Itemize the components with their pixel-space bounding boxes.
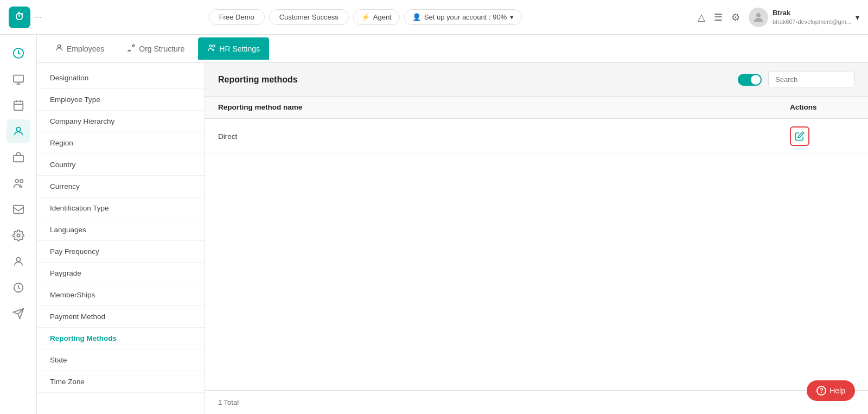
edit-button[interactable]: [790, 126, 809, 146]
help-icon: ?: [816, 386, 826, 396]
reporting-header: Reporting methods: [205, 63, 868, 97]
setup-button[interactable]: 👤 Set up your account : 90% ▾: [404, 9, 522, 25]
customer-success-button[interactable]: Customer Success: [269, 9, 349, 25]
menu-item-country[interactable]: Country: [37, 154, 205, 176]
svg-point-13: [209, 45, 212, 47]
sidebar-item-send[interactable]: [7, 302, 30, 326]
user-section[interactable]: Btrak btrak607-development@gm... ▾: [749, 8, 859, 27]
employees-tab[interactable]: Employees: [46, 37, 113, 60]
tab-bar: Employees Org Structure HR Settings: [37, 35, 868, 63]
agent-label: Agent: [373, 13, 392, 21]
sidebar-item-clock[interactable]: [7, 276, 30, 300]
menu-item-time-zone[interactable]: Time Zone: [37, 371, 205, 393]
org-structure-tab-icon: [127, 43, 136, 54]
svg-point-7: [20, 180, 23, 183]
col-reporting-method-name: Reporting method name: [218, 103, 790, 111]
search-input[interactable]: [768, 72, 855, 87]
hr-settings-tab-label: HR Settings: [219, 44, 260, 53]
svg-rect-3: [14, 101, 23, 111]
agent-icon: ⚡: [361, 13, 370, 21]
toggle-search: [738, 72, 855, 87]
logo-button[interactable]: ⏱: [9, 7, 30, 28]
svg-rect-8: [13, 206, 23, 214]
logo-icon: ⏱: [15, 11, 24, 23]
content-row: Designation Employee Type Company Hierar…: [37, 63, 868, 414]
menu-item-paygrade[interactable]: Paygrade: [37, 263, 205, 284]
menu-item-identification-type[interactable]: Identification Type: [37, 198, 205, 219]
menu-item-designation[interactable]: Designation: [37, 67, 205, 89]
agent-button[interactable]: ⚡ Agent: [353, 9, 400, 25]
main-content: Employees Org Structure HR Settings Desi…: [37, 35, 868, 414]
toggle-switch[interactable]: [738, 74, 762, 86]
sidebar-item-tv[interactable]: [7, 67, 30, 91]
setup-label: Set up your account : 90%: [424, 13, 507, 21]
sidebar-item-team[interactable]: [7, 171, 30, 195]
employees-tab-label: Employees: [67, 44, 104, 53]
reporting-table: Reporting method name Actions Direct: [205, 97, 868, 390]
app-header: ⏱ ··· Free Demo Customer Success ⚡ Agent…: [0, 0, 868, 35]
hr-settings-tab[interactable]: HR Settings: [198, 37, 269, 60]
cell-actions: [790, 126, 855, 146]
svg-point-9: [17, 234, 20, 237]
left-sidebar: [0, 35, 37, 414]
sidebar-item-home[interactable]: [7, 41, 30, 65]
user-email: btrak607-development@gm...: [773, 18, 851, 26]
org-structure-tab[interactable]: Org Structure: [118, 37, 194, 60]
help-label: Help: [829, 386, 845, 395]
settings-menu: Designation Employee Type Company Hierar…: [37, 63, 205, 414]
svg-point-10: [16, 258, 20, 262]
setup-dropdown-icon: ▾: [510, 13, 514, 21]
setup-icon: 👤: [412, 13, 421, 21]
doc-icon[interactable]: ☰: [714, 11, 723, 23]
toggle-knob: [751, 75, 761, 85]
menu-item-state[interactable]: State: [37, 349, 205, 371]
avatar: [749, 8, 768, 27]
sidebar-item-person[interactable]: [7, 119, 30, 143]
hr-settings-tab-icon: [207, 43, 216, 54]
svg-point-14: [213, 45, 215, 47]
settings-icon[interactable]: ⚙: [731, 11, 740, 23]
alert-icon[interactable]: △: [698, 11, 705, 23]
content-panel: Reporting methods Reporting method name …: [205, 63, 868, 414]
menu-item-company-hierarchy[interactable]: Company Hierarchy: [37, 111, 205, 132]
svg-point-4: [16, 128, 20, 131]
breadcrumb-dots[interactable]: ···: [34, 11, 42, 23]
table-footer: 1 Total: [205, 390, 868, 414]
header-center: Free Demo Customer Success ⚡ Agent 👤 Set…: [209, 9, 522, 25]
menu-item-reporting-methods[interactable]: Reporting Methods: [37, 328, 205, 349]
help-button[interactable]: ? Help: [807, 380, 855, 401]
sidebar-item-calendar[interactable]: [7, 93, 30, 117]
col-actions: Actions: [790, 103, 855, 111]
table-row: Direct: [205, 119, 868, 154]
sidebar-item-mail[interactable]: [7, 198, 30, 221]
reporting-title: Reporting methods: [218, 75, 298, 85]
menu-item-region[interactable]: Region: [37, 132, 205, 154]
total-count: 1 Total: [218, 398, 239, 406]
menu-item-employee-type[interactable]: Employee Type: [37, 89, 205, 111]
svg-point-12: [58, 45, 60, 48]
menu-item-languages[interactable]: Languages: [37, 219, 205, 241]
sidebar-item-briefcase[interactable]: [7, 145, 30, 169]
user-info: Btrak btrak607-development@gm...: [773, 9, 851, 26]
cell-direct-name: Direct: [218, 132, 790, 141]
user-name: Btrak: [773, 9, 851, 18]
svg-rect-2: [13, 75, 23, 82]
menu-item-pay-frequency[interactable]: Pay Frequency: [37, 241, 205, 263]
sidebar-item-profile[interactable]: [7, 250, 30, 273]
user-dropdown-icon[interactable]: ▾: [856, 13, 859, 22]
employees-tab-icon: [55, 43, 63, 54]
sidebar-item-settings[interactable]: [7, 224, 30, 247]
menu-item-memberships[interactable]: MemberShips: [37, 284, 205, 306]
menu-item-payment-method[interactable]: Payment Method: [37, 306, 205, 328]
header-icons: △ ☰ ⚙: [698, 11, 740, 23]
svg-point-0: [756, 13, 761, 17]
menu-item-currency[interactable]: Currency: [37, 176, 205, 198]
svg-point-6: [15, 180, 18, 183]
svg-rect-5: [13, 155, 23, 162]
org-structure-tab-label: Org Structure: [139, 44, 184, 53]
table-header: Reporting method name Actions: [205, 97, 868, 119]
free-demo-button[interactable]: Free Demo: [209, 9, 265, 25]
